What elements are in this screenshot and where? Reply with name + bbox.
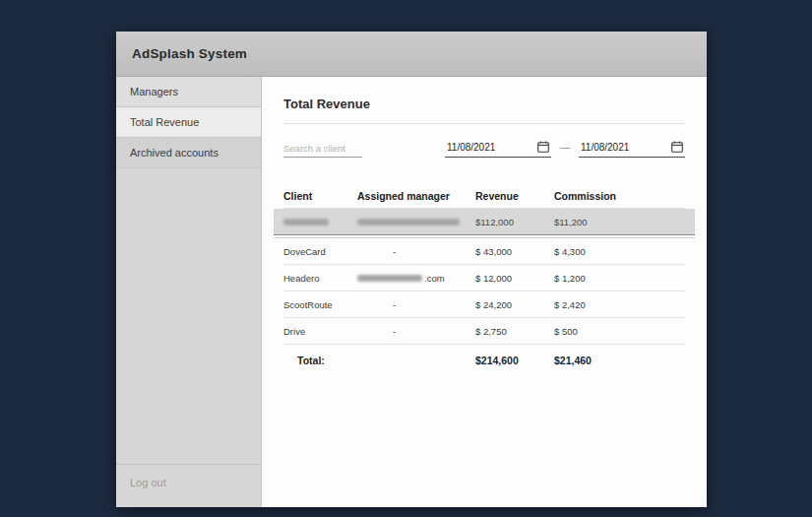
header-assigned-manager: Assigned manager [357,190,475,202]
sidebar: Managers Total Revenue Archived accounts… [116,77,262,507]
client-cell: ScootRoute [283,299,357,310]
commission-cell: $ 4,300 [554,246,685,257]
sidebar-spacer [116,168,261,464]
commission-cell: $ 2,420 [554,299,685,310]
total-revenue: $214,600 [475,355,554,366]
logout-label: Log out [130,477,166,488]
sidebar-item-managers[interactable]: Managers [116,77,261,107]
sidebar-item-label: Archived accounts [130,147,219,159]
total-commission: $21,460 [554,355,685,366]
redacted-client-name [283,219,329,226]
page-title: Total Revenue [283,97,685,111]
commission-cell: $11,200 [554,217,685,227]
date-range: 11/08/2021 — 11/08/2021 [445,141,685,158]
total-label: Total: [283,355,357,366]
date-to-field[interactable]: 11/08/2021 [579,141,685,158]
calendar-icon[interactable] [671,141,683,153]
table-row[interactable]: DoveCard - $ 43,000 $ 4,300 [283,238,685,265]
app-title: AdSplash System [132,46,247,61]
search-input[interactable] [283,140,362,158]
table-row[interactable]: ScootRoute - $ 24,200 $ 2,420 [283,291,685,318]
table-row[interactable]: $112,000 $11,200 [274,209,695,235]
date-from-field[interactable]: 11/08/2021 [445,141,551,158]
manager-cell [357,217,475,227]
titlebar: AdSplash System [116,32,707,77]
header-client: Client [283,190,357,202]
client-cell: Headero [283,273,357,284]
commission-cell: $ 1,200 [554,273,685,284]
sidebar-item-label: Total Revenue [130,116,199,128]
revenue-cell: $ 43,000 [475,246,554,257]
table-row[interactable]: Headero .com $ 12,000 $ 1,200 [283,265,685,291]
redacted-manager-name [357,219,460,226]
table-header-row: Client Assigned manager Revenue Commissi… [283,183,685,209]
client-cell: DoveCard [283,246,357,257]
main-content: Total Revenue 11/08/2021 — [262,77,707,507]
commission-cell: $ 500 [554,326,685,337]
sidebar-item-label: Managers [130,86,178,97]
manager-cell: - [357,299,475,310]
manager-cell: - [357,246,475,257]
client-cell: Drive [283,326,357,337]
date-to-value: 11/08/2021 [581,142,629,153]
revenue-cell: $ 2,750 [475,326,554,337]
revenue-cell: $ 12,000 [475,273,554,284]
app-window: AdSplash System Managers Total Revenue A… [116,32,707,507]
revenue-cell: $ 24,200 [475,299,554,310]
logout-button[interactable]: Log out [116,464,261,499]
redacted-manager-email [357,275,422,282]
revenue-table: Client Assigned manager Revenue Commissi… [283,183,685,376]
manager-cell: .com [357,273,475,284]
filter-controls: 11/08/2021 — 11/08/2021 [283,140,685,158]
calendar-icon[interactable] [537,141,549,153]
manager-cell: - [357,326,475,337]
header-revenue: Revenue [475,190,554,202]
sidebar-item-total-revenue[interactable]: Total Revenue [116,107,261,138]
table-row[interactable]: Drive - $ 2,750 $ 500 [283,318,685,345]
table-total-row: Total: $214,600 $21,460 [283,345,685,376]
revenue-cell: $112,000 [475,217,554,227]
manager-email-suffix: .com [424,273,445,284]
header-commission: Commission [554,190,685,202]
title-divider [283,123,685,124]
date-from-value: 11/08/2021 [447,142,495,153]
date-range-separator: — [560,142,570,153]
sidebar-item-archived-accounts[interactable]: Archived accounts [116,138,261,168]
client-cell [283,217,357,227]
